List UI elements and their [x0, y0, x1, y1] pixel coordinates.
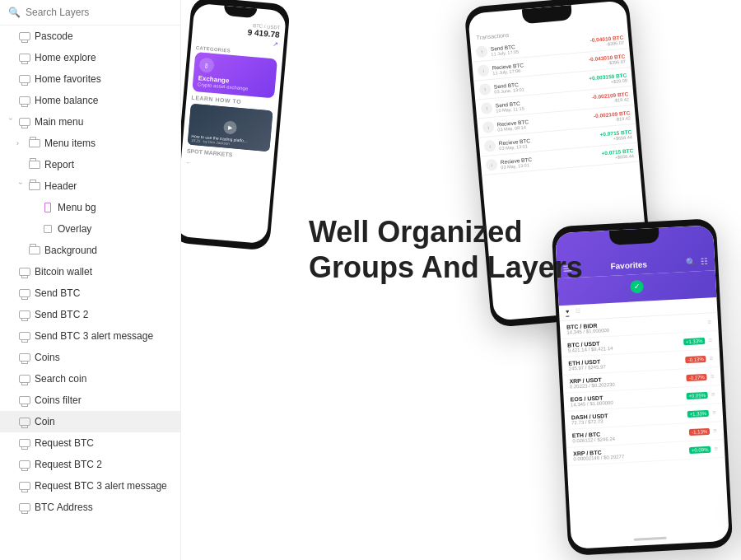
layer-item-request-btc-3[interactable]: Request BTC 3 alert message: [0, 475, 180, 497]
layer-icon-monitor: [18, 459, 31, 470]
layer-label: Home balance: [35, 95, 174, 106]
layer-item-header[interactable]: ›Header: [0, 175, 180, 197]
layer-label: Home favorites: [35, 73, 174, 85]
coin-info: EOS / USDT 14,345 / $1.000000: [570, 390, 686, 407]
layer-item-request-btc-2[interactable]: Request BTC 2: [0, 454, 180, 475]
layer-label: BTC Address: [35, 502, 174, 513]
layer-item-home-favorites[interactable]: Home favorites: [0, 68, 180, 90]
coin-info: ETH / BTC 0.026112 / $246.24: [572, 427, 690, 443]
tx-icon: ↓: [478, 64, 490, 77]
btc-info: BTC / USDT 9 419.78: [247, 22, 280, 39]
tx-amount: -0.043010 BTC -$396.07: [589, 53, 626, 67]
layer-item-pascode[interactable]: Pascode: [0, 26, 180, 47]
layer-icon-monitor: [18, 373, 31, 385]
layer-item-background[interactable]: Background: [0, 240, 180, 261]
home-indicator: [634, 536, 667, 540]
phone2-title: Favorites: [610, 259, 647, 270]
layer-item-btc-address[interactable]: BTC Address: [0, 497, 180, 518]
search-icon: 🔍: [8, 7, 21, 18]
layer-label: Request BTC 3 alert message: [35, 480, 174, 492]
layer-label: Header: [44, 180, 174, 192]
layer-icon-monitor: [18, 352, 31, 363]
exchange-icon: ₿: [198, 57, 215, 73]
tab-active: ♥: [566, 309, 570, 317]
phone2-bottom-bar: [571, 528, 729, 549]
video-thumbnail: ▶ How to use the trading platfo... 15:22…: [188, 104, 273, 152]
phone4-content: BTC / USDT 9 419.78 ↗ CATEGORIES ₿ Excha…: [181, 3, 287, 175]
layer-item-overlay[interactable]: Overlay: [0, 218, 180, 240]
phone-mockup-4: BTC / USDT 9 419.78 ↗ CATEGORIES ₿ Excha…: [181, 0, 291, 251]
layer-label: Request BTC 2: [35, 459, 174, 470]
layer-item-send-btc-2[interactable]: Send BTC 2: [0, 304, 180, 325]
phone2-notch: [609, 228, 659, 245]
layer-label: Bitcoin wallet: [35, 266, 174, 278]
layer-item-home-explore[interactable]: Home explore: [0, 47, 180, 68]
layer-item-send-btc[interactable]: Send BTC: [0, 282, 180, 304]
layer-item-coin[interactable]: Coin: [0, 411, 180, 432]
change-badge: +1.33%: [683, 337, 706, 344]
layer-item-menu-bg[interactable]: Menu bg: [0, 197, 180, 218]
layer-label: Menu items: [44, 138, 174, 149]
coin-info: XRP / BTC 0.00002146 / $0.20277: [573, 445, 689, 461]
layer-item-request-btc[interactable]: Request BTC: [0, 432, 180, 454]
layer-item-search-coin[interactable]: Search coin: [0, 368, 180, 390]
arrow-icon: ↗: [273, 40, 279, 49]
menu-icon: ≡: [712, 408, 716, 416]
exchange-card: ₿ Exchange Crypto asset exchange: [192, 52, 277, 99]
tx-amount: -0.002109 BTC -$19.42: [594, 110, 631, 124]
layer-item-report[interactable]: Report: [0, 154, 180, 175]
layer-label: Send BTC 2: [35, 309, 174, 320]
layer-item-home-balance[interactable]: Home balance: [0, 90, 180, 111]
layer-label: Coin: [35, 416, 174, 427]
layer-label: Request BTC: [35, 437, 174, 449]
layer-icon-monitor: [18, 287, 31, 299]
layer-label: Send BTC: [35, 287, 174, 299]
layer-label: Search coin: [35, 373, 174, 385]
check-icon: ✓: [630, 280, 644, 294]
layer-item-bitcoin-wallet[interactable]: Bitcoin wallet: [0, 261, 180, 282]
search-bar[interactable]: 🔍: [0, 0, 180, 26]
layers-list: PascodeHome exploreHome favoritesHome ba…: [0, 26, 180, 560]
layer-icon-folder: [28, 159, 41, 170]
menu-icon: ≡: [709, 354, 713, 362]
tx-icon: ↓: [484, 140, 496, 152]
left-panel: 🔍 PascodeHome exploreHome favoritesHome …: [0, 0, 181, 560]
coin-info: DASH / USDT 72.73 / $72.73: [571, 408, 687, 425]
search-icon: 🔍: [686, 257, 697, 267]
layer-icon-phone-rect: [41, 202, 54, 213]
layer-label: Report: [44, 159, 174, 170]
tx-amount: -0.04010 BTC -$396.07: [590, 34, 624, 48]
layer-label: Pascode: [35, 30, 174, 42]
tx-icon: ↑: [476, 45, 488, 58]
change-badge: +0.09%: [689, 446, 711, 453]
layer-icon-monitor: [18, 116, 31, 128]
tx-amount: +0.0715 BTC +$658.44: [601, 147, 634, 161]
layer-item-coins-filter[interactable]: Coins filter: [0, 390, 180, 411]
change-badge: -0.27%: [687, 373, 707, 380]
menu-icon: ≡: [714, 445, 718, 452]
change-badge: -0.13%: [685, 355, 706, 362]
layer-label: Menu bg: [58, 202, 174, 213]
layer-icon-folder: [28, 180, 41, 192]
search-input[interactable]: [26, 7, 172, 18]
layer-item-menu-items[interactable]: ›Menu items: [0, 133, 180, 154]
layer-item-main-menu[interactable]: ›Main menu: [0, 111, 180, 133]
hero-text: Well Organized Groups And Layers: [309, 214, 583, 285]
hero-line2: Groups And Layers: [309, 250, 583, 285]
layer-item-coins[interactable]: Coins: [0, 347, 180, 368]
coin-info: XRP / USDT 0.20223 / $0.202230: [569, 372, 687, 389]
coin-info: ETH / USDT 245.97 / $245.97: [568, 354, 686, 371]
layer-icon-monitor: [18, 266, 31, 278]
right-content: Well Organized Groups And Layers Transac…: [181, 0, 741, 560]
layer-chevron: ›: [7, 118, 15, 126]
layer-icon-monitor: [18, 330, 31, 342]
layer-item-send-btc-3[interactable]: Send BTC 3 alert message: [0, 325, 180, 347]
layer-icon-folder: [28, 245, 41, 256]
menu-icon: ≡: [707, 319, 711, 326]
tx-details: Recieve BTC 03 May, 13:01: [501, 150, 599, 169]
coin-info: BTC / USDT 9,421.14 / $9,421.14: [567, 336, 683, 352]
layer-icon-monitor: [18, 309, 31, 320]
tx-icon: ↓: [486, 159, 498, 171]
layer-label: Main menu: [35, 116, 174, 128]
layer-icon-white-rect: [41, 223, 54, 235]
